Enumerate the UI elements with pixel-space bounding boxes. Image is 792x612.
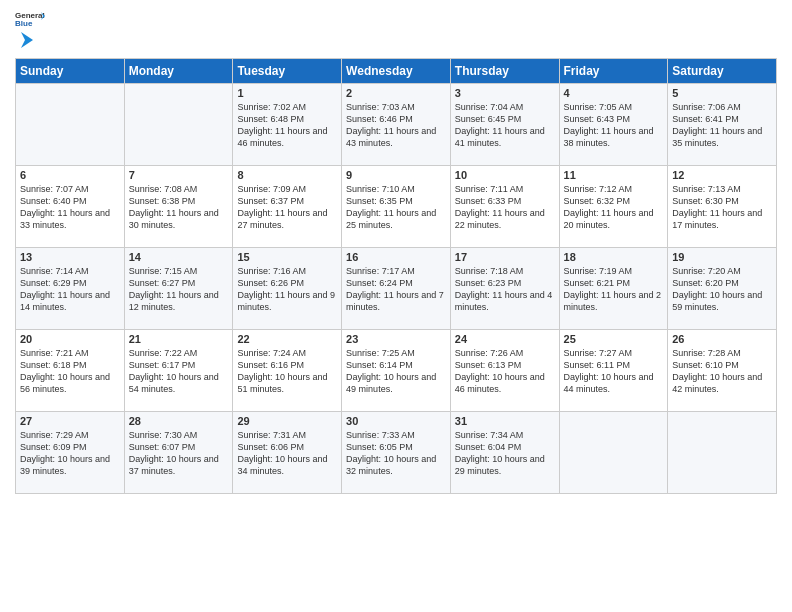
column-header-friday: Friday (559, 59, 668, 84)
week-row-4: 20Sunrise: 7:21 AM Sunset: 6:18 PM Dayli… (16, 330, 777, 412)
calendar-page: General Blue SundayMondayTuesdayWednesda… (0, 0, 792, 504)
cell-content: Sunrise: 7:21 AM Sunset: 6:18 PM Dayligh… (20, 347, 120, 396)
cell-content: Sunrise: 7:05 AM Sunset: 6:43 PM Dayligh… (564, 101, 664, 150)
logo-arrow-icon (17, 30, 37, 50)
column-header-monday: Monday (124, 59, 233, 84)
week-row-1: 1Sunrise: 7:02 AM Sunset: 6:48 PM Daylig… (16, 84, 777, 166)
calendar-table: SundayMondayTuesdayWednesdayThursdayFrid… (15, 58, 777, 494)
calendar-cell (16, 84, 125, 166)
cell-content: Sunrise: 7:11 AM Sunset: 6:33 PM Dayligh… (455, 183, 555, 232)
column-header-sunday: Sunday (16, 59, 125, 84)
calendar-cell: 14Sunrise: 7:15 AM Sunset: 6:27 PM Dayli… (124, 248, 233, 330)
cell-content: Sunrise: 7:17 AM Sunset: 6:24 PM Dayligh… (346, 265, 446, 314)
calendar-cell: 30Sunrise: 7:33 AM Sunset: 6:05 PM Dayli… (342, 412, 451, 494)
column-header-thursday: Thursday (450, 59, 559, 84)
cell-content: Sunrise: 7:31 AM Sunset: 6:06 PM Dayligh… (237, 429, 337, 478)
calendar-cell: 19Sunrise: 7:20 AM Sunset: 6:20 PM Dayli… (668, 248, 777, 330)
day-number: 8 (237, 169, 337, 181)
day-number: 4 (564, 87, 664, 99)
calendar-cell: 24Sunrise: 7:26 AM Sunset: 6:13 PM Dayli… (450, 330, 559, 412)
cell-content: Sunrise: 7:10 AM Sunset: 6:35 PM Dayligh… (346, 183, 446, 232)
calendar-header-row: SundayMondayTuesdayWednesdayThursdayFrid… (16, 59, 777, 84)
cell-content: Sunrise: 7:03 AM Sunset: 6:46 PM Dayligh… (346, 101, 446, 150)
cell-content: Sunrise: 7:29 AM Sunset: 6:09 PM Dayligh… (20, 429, 120, 478)
calendar-cell: 4Sunrise: 7:05 AM Sunset: 6:43 PM Daylig… (559, 84, 668, 166)
calendar-cell: 29Sunrise: 7:31 AM Sunset: 6:06 PM Dayli… (233, 412, 342, 494)
cell-content: Sunrise: 7:28 AM Sunset: 6:10 PM Dayligh… (672, 347, 772, 396)
day-number: 6 (20, 169, 120, 181)
column-header-saturday: Saturday (668, 59, 777, 84)
day-number: 26 (672, 333, 772, 345)
day-number: 7 (129, 169, 229, 181)
cell-content: Sunrise: 7:24 AM Sunset: 6:16 PM Dayligh… (237, 347, 337, 396)
cell-content: Sunrise: 7:16 AM Sunset: 6:26 PM Dayligh… (237, 265, 337, 314)
cell-content: Sunrise: 7:30 AM Sunset: 6:07 PM Dayligh… (129, 429, 229, 478)
calendar-cell: 1Sunrise: 7:02 AM Sunset: 6:48 PM Daylig… (233, 84, 342, 166)
cell-content: Sunrise: 7:18 AM Sunset: 6:23 PM Dayligh… (455, 265, 555, 314)
column-header-wednesday: Wednesday (342, 59, 451, 84)
calendar-cell: 28Sunrise: 7:30 AM Sunset: 6:07 PM Dayli… (124, 412, 233, 494)
calendar-cell: 27Sunrise: 7:29 AM Sunset: 6:09 PM Dayli… (16, 412, 125, 494)
header-area: General Blue (15, 10, 777, 50)
cell-content: Sunrise: 7:26 AM Sunset: 6:13 PM Dayligh… (455, 347, 555, 396)
day-number: 1 (237, 87, 337, 99)
day-number: 22 (237, 333, 337, 345)
calendar-cell (124, 84, 233, 166)
calendar-cell: 11Sunrise: 7:12 AM Sunset: 6:32 PM Dayli… (559, 166, 668, 248)
day-number: 17 (455, 251, 555, 263)
day-number: 28 (129, 415, 229, 427)
logo: General Blue (15, 10, 45, 50)
calendar-cell: 8Sunrise: 7:09 AM Sunset: 6:37 PM Daylig… (233, 166, 342, 248)
svg-text:Blue: Blue (15, 19, 33, 28)
calendar-cell: 18Sunrise: 7:19 AM Sunset: 6:21 PM Dayli… (559, 248, 668, 330)
cell-content: Sunrise: 7:25 AM Sunset: 6:14 PM Dayligh… (346, 347, 446, 396)
week-row-2: 6Sunrise: 7:07 AM Sunset: 6:40 PM Daylig… (16, 166, 777, 248)
day-number: 18 (564, 251, 664, 263)
calendar-cell: 17Sunrise: 7:18 AM Sunset: 6:23 PM Dayli… (450, 248, 559, 330)
cell-content: Sunrise: 7:22 AM Sunset: 6:17 PM Dayligh… (129, 347, 229, 396)
day-number: 20 (20, 333, 120, 345)
day-number: 21 (129, 333, 229, 345)
calendar-cell: 26Sunrise: 7:28 AM Sunset: 6:10 PM Dayli… (668, 330, 777, 412)
day-number: 9 (346, 169, 446, 181)
calendar-cell: 22Sunrise: 7:24 AM Sunset: 6:16 PM Dayli… (233, 330, 342, 412)
cell-content: Sunrise: 7:14 AM Sunset: 6:29 PM Dayligh… (20, 265, 120, 314)
day-number: 11 (564, 169, 664, 181)
cell-content: Sunrise: 7:09 AM Sunset: 6:37 PM Dayligh… (237, 183, 337, 232)
day-number: 2 (346, 87, 446, 99)
svg-marker-3 (21, 32, 33, 48)
calendar-cell: 15Sunrise: 7:16 AM Sunset: 6:26 PM Dayli… (233, 248, 342, 330)
calendar-cell: 13Sunrise: 7:14 AM Sunset: 6:29 PM Dayli… (16, 248, 125, 330)
calendar-cell: 21Sunrise: 7:22 AM Sunset: 6:17 PM Dayli… (124, 330, 233, 412)
calendar-cell: 6Sunrise: 7:07 AM Sunset: 6:40 PM Daylig… (16, 166, 125, 248)
day-number: 10 (455, 169, 555, 181)
cell-content: Sunrise: 7:04 AM Sunset: 6:45 PM Dayligh… (455, 101, 555, 150)
day-number: 30 (346, 415, 446, 427)
day-number: 5 (672, 87, 772, 99)
cell-content: Sunrise: 7:33 AM Sunset: 6:05 PM Dayligh… (346, 429, 446, 478)
day-number: 24 (455, 333, 555, 345)
cell-content: Sunrise: 7:34 AM Sunset: 6:04 PM Dayligh… (455, 429, 555, 478)
day-number: 27 (20, 415, 120, 427)
logo-icon: General Blue (15, 10, 45, 28)
week-row-3: 13Sunrise: 7:14 AM Sunset: 6:29 PM Dayli… (16, 248, 777, 330)
day-number: 19 (672, 251, 772, 263)
column-header-tuesday: Tuesday (233, 59, 342, 84)
week-row-5: 27Sunrise: 7:29 AM Sunset: 6:09 PM Dayli… (16, 412, 777, 494)
calendar-cell: 7Sunrise: 7:08 AM Sunset: 6:38 PM Daylig… (124, 166, 233, 248)
calendar-cell: 9Sunrise: 7:10 AM Sunset: 6:35 PM Daylig… (342, 166, 451, 248)
calendar-cell (559, 412, 668, 494)
calendar-cell: 20Sunrise: 7:21 AM Sunset: 6:18 PM Dayli… (16, 330, 125, 412)
calendar-cell (668, 412, 777, 494)
calendar-cell: 5Sunrise: 7:06 AM Sunset: 6:41 PM Daylig… (668, 84, 777, 166)
calendar-cell: 31Sunrise: 7:34 AM Sunset: 6:04 PM Dayli… (450, 412, 559, 494)
calendar-cell: 10Sunrise: 7:11 AM Sunset: 6:33 PM Dayli… (450, 166, 559, 248)
cell-content: Sunrise: 7:15 AM Sunset: 6:27 PM Dayligh… (129, 265, 229, 314)
cell-content: Sunrise: 7:20 AM Sunset: 6:20 PM Dayligh… (672, 265, 772, 314)
day-number: 13 (20, 251, 120, 263)
day-number: 12 (672, 169, 772, 181)
calendar-cell: 3Sunrise: 7:04 AM Sunset: 6:45 PM Daylig… (450, 84, 559, 166)
calendar-cell: 16Sunrise: 7:17 AM Sunset: 6:24 PM Dayli… (342, 248, 451, 330)
calendar-cell: 12Sunrise: 7:13 AM Sunset: 6:30 PM Dayli… (668, 166, 777, 248)
cell-content: Sunrise: 7:02 AM Sunset: 6:48 PM Dayligh… (237, 101, 337, 150)
